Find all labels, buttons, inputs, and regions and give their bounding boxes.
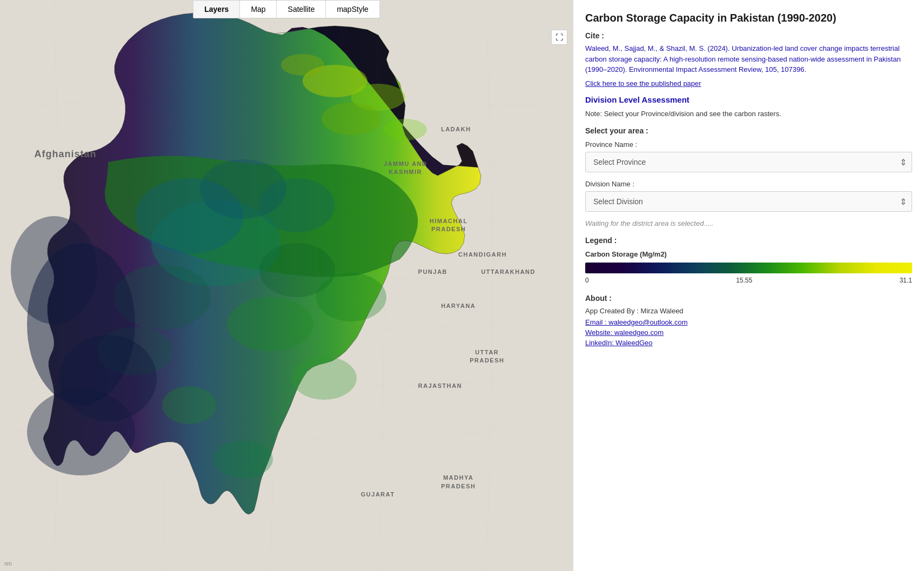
svg-point-3	[227, 297, 313, 351]
mapstyle-button[interactable]: mapStyle	[326, 1, 379, 18]
map-toolbar: Layers Map Satellite mapStyle	[193, 0, 380, 18]
legend-values: 0 15.55 31.1	[585, 277, 912, 284]
about-creator: App Created By : Mirza Waleed	[585, 307, 912, 315]
jammu-kashmir-label: JAMMU ANDKASHMIR	[384, 160, 427, 177]
province-select-wrapper: Select Province Punjab Sindh Khyber Pakh…	[585, 152, 912, 172]
about-label: About :	[585, 294, 912, 303]
rajasthan-label: RAJASTHAN	[418, 382, 462, 389]
layers-button[interactable]: Layers	[193, 1, 240, 18]
map-credit: nm	[4, 561, 12, 567]
about-linkedin-link[interactable]: LinkedIn: WaleedGeo	[585, 339, 912, 347]
legend-title: Carbon Storage (Mg/m2)	[585, 250, 912, 258]
punjab-label: PUNJAB	[418, 268, 447, 275]
cite-text: Waleed, M., Sajjad, M., & Shazil, M. S. …	[585, 43, 912, 75]
svg-point-9	[316, 273, 386, 321]
waiting-text: Waiting for the district area is selecte…	[585, 219, 912, 227]
ladakh-label: LADAKH	[441, 126, 471, 132]
svg-point-14	[384, 119, 427, 140]
province-label: Province Name :	[585, 140, 912, 149]
haryana-label: HARYANA	[441, 303, 476, 309]
afghanistan-label: Afghanistan	[35, 149, 97, 160]
map-button[interactable]: Map	[240, 1, 277, 18]
uttarakhand-label: UTTARAKHAND	[481, 268, 535, 275]
province-select[interactable]: Select Province Punjab Sindh Khyber Pakh…	[585, 152, 912, 172]
uttar-pradesh-label: UTTARPRADESH	[470, 348, 504, 365]
svg-point-5	[292, 357, 357, 400]
satellite-button[interactable]: Satellite	[277, 1, 326, 18]
map-container: Layers Map Satellite mapStyle ⛶	[0, 0, 573, 571]
legend-min: 0	[585, 277, 589, 284]
fullscreen-button[interactable]: ⛶	[551, 30, 567, 45]
legend-max: 31.1	[900, 277, 912, 284]
division-select[interactable]: Select Division	[585, 191, 912, 212]
svg-point-21	[259, 178, 335, 232]
legend-bar	[585, 263, 912, 273]
select-area-label: Select your area :	[585, 126, 912, 135]
about-email-link[interactable]: Email : waleedgeo@outlook.com	[585, 318, 912, 326]
right-panel: Carbon Storage Capacity in Pakistan (199…	[573, 0, 924, 571]
svg-point-6	[162, 386, 216, 424]
svg-point-7	[213, 440, 273, 478]
cite-link[interactable]: Click here to see the published paper	[585, 79, 912, 88]
division-title: Division Level Assessment	[585, 95, 912, 104]
svg-point-18	[27, 389, 135, 475]
division-select-wrapper: Select Division ⇕	[585, 191, 912, 212]
svg-point-11	[281, 54, 324, 76]
svg-point-16	[11, 216, 97, 324]
division-label: Division Name :	[585, 180, 912, 188]
about-website-link[interactable]: Website: waleedgeo.com	[585, 328, 912, 337]
cite-label: Cite :	[585, 31, 912, 40]
map-svg	[0, 0, 573, 571]
legend-label: Legend :	[585, 236, 912, 245]
note-text: Note: Select your Province/division and …	[585, 109, 912, 119]
chandigarh-label: CHANDIGARH	[458, 251, 507, 258]
legend-mid: 15.55	[736, 277, 752, 284]
svg-point-13	[322, 103, 381, 135]
himachal-label: HIMACHALPRADESH	[430, 217, 468, 234]
panel-title: Carbon Storage Capacity in Pakistan (199…	[585, 11, 912, 25]
madhya-pradesh-label: MADHYAPRADESH	[441, 474, 476, 491]
gujarat-label: GUJARAT	[361, 491, 395, 498]
